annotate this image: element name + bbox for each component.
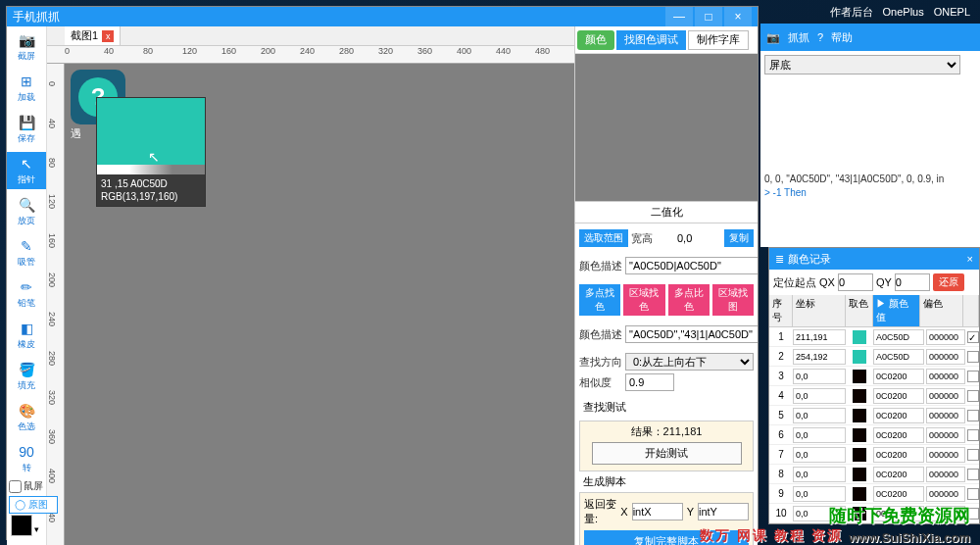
start-test-button[interactable]: 开始测试 [592,442,742,465]
tool-zoom[interactable]: 🔍放页 [7,193,46,230]
fill-icon: 🪣 [18,361,35,378]
close-button[interactable]: × [724,7,752,26]
coord-cell[interactable]: 0,0 [793,388,846,404]
color-desc-input[interactable] [625,257,758,274]
colorvalue-cell[interactable]: 0C0200 [873,408,924,423]
colorvalue-cell[interactable]: 0C0200 [873,467,924,482]
colorvalue-cell[interactable]: 0C0200 [873,369,924,384]
findcolor-tab[interactable]: 找图色调试 [616,30,686,50]
color-desc2-input[interactable] [625,325,758,343]
coord-cell[interactable]: 0,0 [793,447,846,463]
tool-load[interactable]: ⊞加载 [7,70,46,107]
copy-wh-button[interactable]: 复制 [724,229,754,247]
color-swatch-icon [853,487,866,501]
row-checkbox[interactable] [967,429,979,441]
color-swatch-icon [853,468,866,481]
maximize-button[interactable]: □ [695,7,722,26]
close-side-button[interactable]: × [967,253,973,265]
color-swatch-icon [853,389,866,403]
coord-cell[interactable]: 0,0 [793,486,846,502]
direction-select[interactable]: 0:从左上向右下 [625,353,754,371]
device-name[interactable]: OnePlus [883,6,924,18]
code-line1: 0, 0, "A0C50D", "43|1|A0C50D", 0, 0.9, i… [764,173,976,186]
color-tab[interactable]: 颜色 [577,30,614,50]
vary-input[interactable] [698,503,749,520]
tool-rotate[interactable]: 90转 [7,440,46,477]
watermark-text3: 数万 网课 教程 资源 [700,527,843,545]
help-icon[interactable]: ? [817,31,823,43]
mouse-screen-check[interactable]: 鼠屏 [9,479,58,493]
tool-dropper[interactable]: ✎吸管 [7,234,46,272]
colorvalue-cell[interactable]: 0C0200 [873,447,924,463]
offset-cell[interactable]: 000000 [926,467,965,482]
tool-colorsel[interactable]: 🎨色选 [7,399,46,436]
offset-cell[interactable]: 000000 [926,329,965,345]
table-row: 70,00C0200000000 [769,445,979,465]
zhuazhua-label[interactable]: 抓抓 [788,30,809,45]
offset-cell[interactable]: 000000 [926,408,965,423]
colorvalue-cell[interactable]: A0C50D [873,349,924,365]
areafind-button[interactable]: 区域找色 [623,284,664,316]
colorvalue-cell[interactable]: A0C50D [873,329,924,345]
offset-cell[interactable]: 000000 [926,447,965,463]
offset-cell[interactable]: 000000 [926,349,965,365]
areafindpic-button[interactable]: 区域找图 [712,284,754,316]
window-title: 手机抓抓 [13,9,663,25]
multicompare-button[interactable]: 多点比色 [668,284,710,316]
colorvalue-cell[interactable]: 0C0200 [873,427,924,443]
row-checkbox[interactable] [967,488,979,500]
canvas-region: 截图1 x 0408012016020024028032036040044048… [47,26,574,545]
offset-cell[interactable]: 000000 [926,369,965,384]
offset-cell[interactable]: 000000 [926,427,965,443]
select-area-button[interactable]: 选取范围 [579,229,628,247]
dropper-icon: ✎ [18,237,35,255]
coord-cell[interactable]: 0,0 [793,467,846,482]
color-record-title-bar: ≣ 颜色记录 × [769,248,979,270]
tool-screenshot[interactable]: 📷截屏 [7,28,46,66]
restore-button[interactable]: 还原 [933,273,964,291]
coord-cell[interactable]: 0,0 [793,427,846,443]
offset-cell[interactable]: 000000 [926,388,965,404]
color-swatch[interactable] [11,515,32,536]
similarity-input[interactable] [625,373,674,391]
varx-input[interactable] [632,503,683,520]
row-checkbox[interactable]: ✓ [967,331,979,343]
offset-cell[interactable]: 000000 [926,486,965,502]
row-checkbox[interactable] [967,371,979,382]
canvas[interactable]: ? 遇 ↖ 31 ,15 A0C50D RGB(13,197,160) [65,64,574,545]
code-line2: > -1 Then [764,186,976,200]
tool-eraser[interactable]: ◧橡皮 [7,317,46,354]
coord-cell[interactable]: 0,0 [793,408,846,423]
tool-fill[interactable]: 🪣填充 [7,358,46,395]
table-row: 40,00C0200000000 [769,386,979,406]
coord-cell[interactable]: 254,192 [793,349,846,365]
row-checkbox[interactable] [967,469,979,480]
original-button[interactable]: ◯ 原图 [9,496,58,514]
preview-area [575,54,758,201]
fontlib-tab[interactable]: 制作字库 [688,30,749,50]
tool-save[interactable]: 💾保存 [7,111,46,148]
qy-input[interactable] [895,273,930,291]
camera-icon[interactable]: 📷 [766,31,780,44]
qx-input[interactable] [838,273,873,291]
coord-cell[interactable]: 0,0 [793,369,846,384]
tool-pointer[interactable]: ↖指针 [7,152,46,189]
coord-cell[interactable]: 211,191 [793,329,846,345]
wh-value: 0,0 [677,232,692,244]
tool-pencil[interactable]: ✏铅笔 [7,275,46,313]
close-tab-icon[interactable]: x [102,30,114,42]
row-checkbox[interactable] [967,351,979,363]
help-label[interactable]: 帮助 [831,30,853,45]
colorvalue-cell[interactable]: 0C0200 [873,388,924,404]
row-checkbox[interactable] [967,390,979,402]
colorvalue-cell[interactable]: 0C0200 [873,486,924,502]
screen-dropdown[interactable]: 屏底 [764,55,960,74]
minimize-button[interactable]: — [665,7,693,26]
author-link[interactable]: 作者后台 [830,5,873,20]
multipoint-button[interactable]: 多点找色 [579,284,620,316]
row-checkbox[interactable] [967,410,979,421]
row-checkbox[interactable] [967,449,979,461]
color-swatch-icon [853,330,866,344]
swatch-dropdown-icon[interactable]: ▾ [34,524,44,534]
tab-screenshot1[interactable]: 截图1 x [65,26,121,45]
